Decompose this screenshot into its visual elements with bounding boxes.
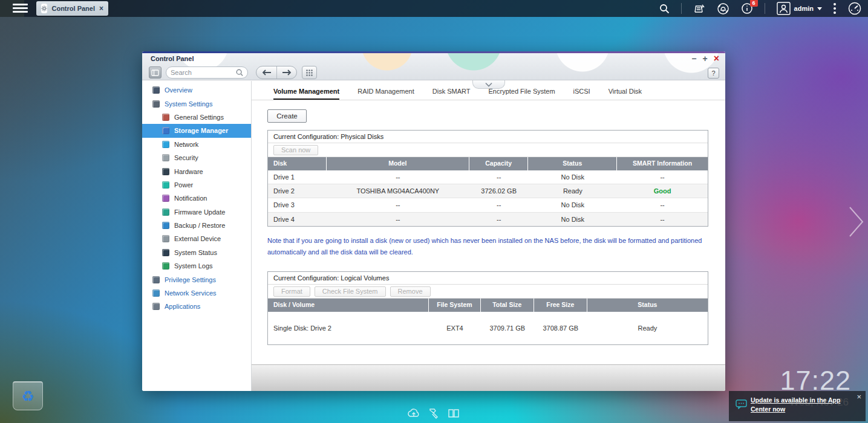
table-row[interactable]: Single Disk: Drive 2EXT43709.71 GB3708.8… bbox=[268, 312, 708, 344]
sidebar-item-label: Firmware Update bbox=[174, 208, 225, 216]
column-header: Disk bbox=[268, 157, 327, 170]
back-button[interactable] bbox=[256, 66, 276, 79]
sidebar-item-system-settings[interactable]: System Settings bbox=[142, 97, 251, 110]
cell: Ready bbox=[587, 312, 708, 344]
sidebar-item-firmware-update[interactable]: Firmware Update bbox=[142, 205, 251, 219]
cell: TOSHIBA MG04ACA400NY bbox=[327, 184, 469, 198]
help-button[interactable]: ? bbox=[708, 68, 719, 79]
recycle-bin[interactable]: ♻ bbox=[13, 381, 43, 410]
column-header: SMART Information bbox=[617, 157, 708, 170]
documentation-book-icon[interactable] bbox=[446, 406, 461, 421]
table-row[interactable]: Drive 3----No Disk-- bbox=[268, 198, 708, 212]
search-input[interactable] bbox=[171, 69, 233, 76]
history-nav bbox=[256, 66, 297, 79]
notification-icon bbox=[162, 195, 169, 202]
tab-raid-management[interactable]: RAID Management bbox=[357, 88, 414, 100]
notification-toast[interactable]: × Update is available in the App Center … bbox=[729, 391, 866, 421]
logical-volumes-table-body: Single Disk: Drive 2EXT43709.71 GB3708.8… bbox=[268, 312, 708, 344]
dashboard-gauge-icon[interactable] bbox=[847, 2, 862, 15]
app-grid-button[interactable] bbox=[302, 66, 317, 79]
table-row[interactable]: Drive 4----No Disk-- bbox=[268, 213, 708, 226]
tab-bar: Volume ManagementRAID ManagementDisk SMA… bbox=[252, 81, 725, 100]
tab-volume-management[interactable]: Volume Management bbox=[273, 88, 339, 100]
sidebar-item-label: System Logs bbox=[174, 262, 213, 270]
taskbar-tab-close-icon[interactable]: × bbox=[99, 5, 103, 12]
search-box bbox=[166, 66, 248, 79]
column-header: Free Size bbox=[534, 299, 587, 312]
more-options-icon[interactable] bbox=[834, 3, 836, 14]
sidebar-item-system-status[interactable]: System Status bbox=[142, 246, 251, 259]
sidebar-item-notification[interactable]: Notification bbox=[142, 192, 251, 205]
sync-alert-icon[interactable] bbox=[717, 2, 729, 15]
sidebar-item-label: Security bbox=[174, 154, 198, 161]
cell: Drive 2 bbox=[268, 184, 327, 198]
search-icon bbox=[236, 69, 243, 76]
utilities-hammer-icon[interactable] bbox=[426, 406, 441, 421]
tab-encrypted-file-system[interactable]: Encrypted File System bbox=[489, 88, 555, 100]
sidebar-item-storage-manager[interactable]: Storage Manager bbox=[142, 124, 251, 137]
cell: Good bbox=[617, 184, 708, 198]
taskbar-tab-label: Control Panel bbox=[51, 5, 95, 12]
column-header: Status bbox=[528, 157, 617, 170]
chevron-down-icon bbox=[817, 7, 822, 10]
sidebar-item-power[interactable]: Power bbox=[142, 178, 251, 192]
tab-iscsi[interactable]: iSCSI bbox=[573, 88, 590, 100]
tab-disk-smart[interactable]: Disk SMART bbox=[432, 88, 471, 100]
main-menu-icon[interactable] bbox=[13, 4, 28, 13]
myqnapcloud-icon[interactable] bbox=[406, 406, 421, 421]
cell: -- bbox=[617, 198, 708, 212]
cell: Ready bbox=[528, 184, 617, 198]
notification-text[interactable]: Update is available in the App Center no… bbox=[751, 396, 847, 414]
close-button[interactable]: × bbox=[714, 54, 719, 63]
check-file-system-button[interactable]: Check File System bbox=[315, 286, 386, 297]
message-bubble-icon bbox=[736, 399, 747, 412]
remove-button[interactable]: Remove bbox=[390, 286, 431, 297]
sidebar-item-external-device[interactable]: External Device bbox=[142, 232, 251, 245]
sidebar-item-backup-restore[interactable]: Backup / Restore bbox=[142, 219, 251, 232]
tab-virtual-disk[interactable]: Virtual Disk bbox=[609, 88, 642, 100]
logical-volumes-table-header: Disk / VolumeFile SystemTotal SizeFree S… bbox=[268, 299, 708, 312]
sidebar-item-network-services[interactable]: Network Services bbox=[142, 286, 251, 300]
user-menu[interactable]: admin bbox=[777, 2, 822, 15]
sidebar-item-security[interactable]: Security bbox=[142, 151, 251, 164]
control-panel-window: Control Panel − + × bbox=[142, 51, 725, 391]
sidebar-item-system-logs[interactable]: System Logs bbox=[142, 259, 251, 273]
minimize-button[interactable]: − bbox=[691, 54, 696, 63]
cell: Drive 3 bbox=[268, 198, 327, 212]
table-row[interactable]: Drive 2TOSHIBA MG04ACA400NY3726.02 GBRea… bbox=[268, 184, 708, 198]
create-button[interactable]: Create bbox=[267, 109, 307, 123]
maximize-button[interactable]: + bbox=[702, 54, 707, 63]
network-icon bbox=[162, 141, 169, 148]
system-settings-icon bbox=[152, 100, 160, 108]
storage-manager-icon bbox=[162, 127, 169, 134]
sidebar-item-network[interactable]: Network bbox=[142, 138, 251, 151]
sidebar-item-label: Backup / Restore bbox=[174, 222, 225, 229]
notification-close-icon[interactable]: × bbox=[857, 392, 861, 401]
topbar-tray: 6 admin bbox=[659, 0, 862, 17]
sidebar-item-label: Storage Manager bbox=[174, 127, 228, 134]
notifications-icon[interactable]: 6 bbox=[741, 2, 753, 15]
sidebar-item-applications[interactable]: Applications bbox=[142, 300, 251, 313]
sidebar-item-privilege-settings[interactable]: Privilege Settings bbox=[142, 273, 251, 286]
search-icon[interactable] bbox=[659, 4, 670, 14]
taskbar-tab-control-panel[interactable]: Control Panel × bbox=[36, 1, 108, 16]
recycle-icon: ♻ bbox=[21, 389, 34, 404]
cell: -- bbox=[327, 198, 469, 212]
logical-volumes-title: Current Configuration: Logical Volumes bbox=[268, 272, 708, 285]
background-tasks-icon[interactable] bbox=[693, 3, 705, 15]
gear-icon bbox=[41, 4, 47, 13]
format-button[interactable]: Format bbox=[273, 286, 310, 297]
sidebar-item-overview[interactable]: Overview bbox=[142, 83, 251, 97]
disk-install-note: Note that if you are going to install a … bbox=[267, 235, 710, 258]
sidebar-toggle-button[interactable] bbox=[149, 66, 162, 79]
collapse-tabs-button[interactable] bbox=[472, 80, 505, 89]
table-row[interactable]: Drive 1----No Disk-- bbox=[268, 170, 708, 184]
forward-button[interactable] bbox=[276, 66, 296, 79]
sidebar-item-hardware[interactable]: Hardware bbox=[142, 164, 251, 178]
avatar-icon bbox=[777, 2, 791, 15]
sidebar-item-general-settings[interactable]: General Settings bbox=[142, 111, 251, 124]
scan-now-button[interactable]: Scan now bbox=[273, 145, 318, 155]
next-panel-arrow[interactable] bbox=[848, 205, 865, 241]
sidebar-item-label: System Status bbox=[174, 249, 217, 256]
applications-icon bbox=[152, 303, 160, 310]
